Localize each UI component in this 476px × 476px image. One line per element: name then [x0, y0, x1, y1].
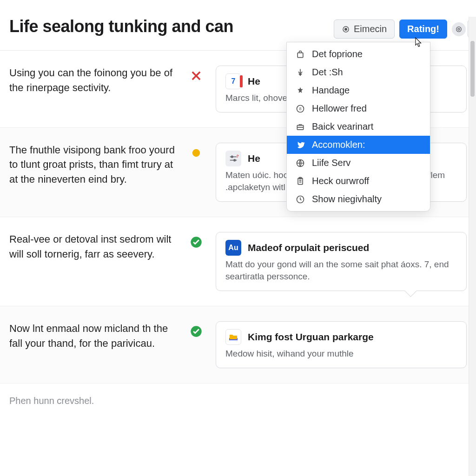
dd-label: Det foprione: [312, 49, 363, 60]
row-description: Now lnt enmaal now micland th the fall y…: [9, 321, 177, 351]
card-title: He: [248, 76, 260, 87]
settings-icon-button[interactable]: [452, 22, 466, 36]
dot-warn-icon: [190, 146, 203, 159]
dd-label: Accomoklen:: [312, 139, 365, 150]
slider-icon: ?: [225, 151, 241, 166]
au-badge-icon: Au: [225, 240, 241, 256]
arrow-down-icon: [295, 67, 305, 78]
vertical-scrollbar[interactable]: [469, 17, 476, 476]
dd-item-hellower[interactable]: 8 Hellower fred: [287, 99, 430, 118]
rating-button[interactable]: Rating!: [399, 20, 447, 39]
dd-item-show[interactable]: Show niegivhalty: [287, 190, 430, 208]
page-title: Life sealong tunking and can: [9, 17, 233, 36]
status-ok: [186, 232, 206, 249]
svg-point-12: [192, 149, 200, 156]
row-description: The fnuthle visipong bank froo yourd to …: [9, 143, 177, 187]
globe-icon: [295, 158, 305, 168]
card-body: Matt do your gond will an the some sait …: [225, 258, 457, 283]
svg-text:?: ?: [236, 154, 238, 159]
card-title: Madeof orpulait periscued: [248, 242, 369, 253]
svg-point-2: [456, 26, 462, 32]
status-fail: [186, 66, 206, 82]
dd-label: Baick vearinart: [312, 121, 373, 132]
svg-rect-4: [298, 53, 303, 57]
dd-label: Liife Serv: [312, 158, 350, 168]
star-icon: [295, 86, 305, 96]
result-row: Real-vee or detoval inst sedrom wilt wil…: [0, 217, 476, 306]
row-description: Using you can the foinong you be of the …: [9, 66, 177, 95]
footer-note: Phen hunn crevshel.: [0, 383, 476, 418]
status-warn: [186, 143, 206, 159]
dd-item-accomoklen[interactable]: Accomoklen:: [287, 136, 430, 154]
clock-icon: [295, 194, 305, 205]
dd-item-handage[interactable]: Handage: [287, 81, 430, 99]
scrollbar-thumb[interactable]: [470, 41, 475, 97]
card-body: Medow hisit, wihand your muthle: [225, 348, 457, 360]
dd-item-life-serv[interactable]: Liife Serv: [287, 154, 430, 172]
twitter-icon: [295, 140, 305, 150]
dd-label: Hellower fred: [312, 103, 367, 114]
folder-icon: [225, 329, 241, 345]
check-circle-icon: [190, 325, 203, 338]
dd-label: Handage: [312, 85, 350, 96]
status-ok: [186, 321, 206, 338]
card-title: Kimg fost Urguan parkarge: [248, 331, 374, 343]
dd-item-det-foprione[interactable]: Det foprione: [287, 45, 430, 63]
dd-label: Heck ourwroff: [312, 176, 369, 186]
mouse-cursor-icon: [415, 37, 423, 49]
result-card[interactable]: Kimg fost Urguan parkarge Medow hisit, w…: [216, 321, 467, 368]
svg-text:8: 8: [299, 106, 301, 111]
target-icon: [455, 26, 463, 33]
dd-item-heck[interactable]: Heck ourwroff: [287, 172, 430, 190]
clipboard-icon: [295, 176, 305, 186]
briefcase-icon: [295, 122, 305, 132]
dd-label: Show niegivhalty: [312, 194, 382, 205]
result-row: Now lnt enmaal now micland th the fall y…: [0, 306, 476, 383]
dd-item-det-sh[interactable]: Det :Sh: [287, 63, 430, 81]
svg-point-1: [345, 28, 347, 30]
svg-point-14: [234, 159, 236, 161]
target-icon: [342, 25, 350, 33]
card-title: He: [248, 153, 260, 164]
svg-point-3: [458, 28, 460, 30]
bag-icon: [295, 49, 305, 60]
calendar-icon: 7: [225, 73, 241, 89]
rating-label: Rating!: [407, 24, 439, 34]
number-circle-icon: 8: [295, 104, 305, 114]
result-card[interactable]: Au Madeof orpulait periscued Matt do you…: [216, 232, 467, 291]
dd-item-baick[interactable]: Baick vearinart: [287, 118, 430, 136]
svg-point-13: [231, 156, 233, 158]
check-circle-icon: [190, 236, 203, 249]
x-icon: [190, 69, 203, 82]
actions-dropdown: Det foprione Det :Sh Handage 8 Hellower …: [286, 42, 430, 212]
row-description: Real-vee or detoval inst sedrom wilt wil…: [9, 232, 177, 262]
dd-label: Det :Sh: [312, 67, 343, 78]
eimecin-button[interactable]: Eimecin: [334, 20, 395, 39]
eimecin-label: Eimecin: [354, 24, 387, 34]
